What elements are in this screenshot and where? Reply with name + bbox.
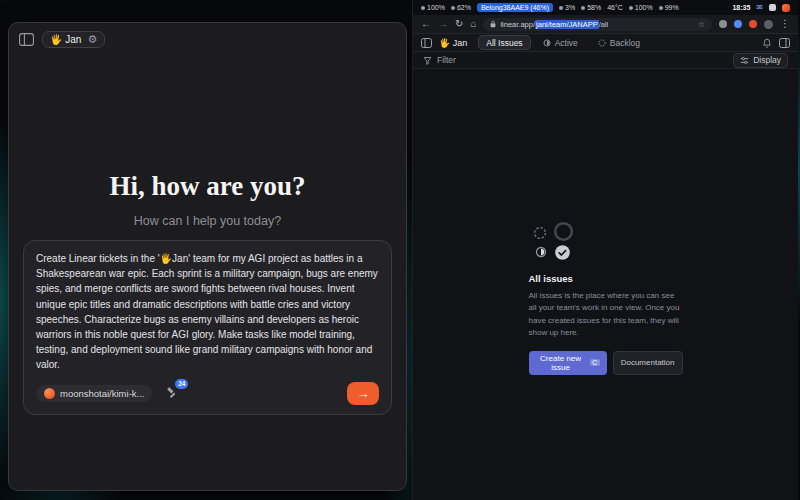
battery-indicator[interactable]: 100% [421,4,445,11]
todo-circle-icon [553,221,574,242]
power-icon[interactable] [782,4,790,12]
all-issues-empty-state: All issues All issues is the place where… [529,221,683,375]
url-selected-text: jani/team/JANAPP [535,20,599,29]
shortcut-key-badge: C [590,359,600,366]
filter-button[interactable]: Filter [437,55,456,65]
empty-state-title: All issues [529,273,683,284]
send-button[interactable]: → [347,382,379,405]
brightness-icon [659,6,663,10]
model-name: moonshotai/kimi-k... [60,388,144,399]
chat-header: 🖐 Jan ⚙ [9,23,406,56]
url-suffix: /all [599,20,609,29]
clock[interactable]: 18:35 [732,4,750,11]
browser-window: 100% 62% Belong38AAE9 (46%) 3% 58% 46°C … [412,0,798,500]
battery-icon [421,6,425,10]
team-chip-label: 🖐 Jan [50,34,81,45]
right-panel-toggle-icon[interactable] [779,38,790,48]
reload-button[interactable]: ↻ [455,19,463,29]
charge-icon [451,6,455,10]
tab-backlog[interactable]: Backlog [590,35,648,50]
wifi-network-indicator[interactable]: Belong38AAE9 (46%) [477,3,553,12]
device-battery-1[interactable]: 3% [559,4,575,11]
notifications-bell-icon[interactable] [762,38,772,48]
in-progress-icon [543,39,551,47]
model-selector[interactable]: moonshotai/kimi-k... [36,385,152,402]
linear-team-label[interactable]: 🖐 Jan [439,38,467,48]
prompt-input[interactable]: Create Linear tickets in the '🖐Jan' team… [23,240,392,415]
documentation-button[interactable]: Documentation [613,351,683,375]
linear-filter-bar: Filter Display [413,52,798,69]
model-logo-icon [44,388,55,399]
brightness-indicator[interactable]: 99% [659,4,679,11]
greeting-title: Hi, how are you? [9,171,406,202]
forward-button[interactable]: → [438,19,448,29]
url-prefix: linear.app/ [500,20,535,29]
linear-main-area: All issues All issues is the place where… [413,69,798,500]
prompt-text[interactable]: Create Linear tickets in the '🖐Jan' team… [36,251,379,373]
backlog-circle-icon [533,226,547,240]
in-progress-circle-icon [535,246,547,258]
backlog-icon [598,39,606,47]
linear-view-tabs: All Issues Active Backlog [478,35,648,50]
extension-blue-icon[interactable] [734,20,742,28]
address-bar[interactable]: linear.app/jani/team/JANAPP/all ☆ [483,18,712,31]
jan-chat-window: 🖐 Jan ⚙ Hi, how are you? How can I help … [8,22,407,491]
device-icon-1 [559,6,563,10]
browser-menu-icon[interactable]: ⋮ [780,19,790,29]
back-button[interactable]: ← [421,19,431,29]
filter-icon [423,56,432,65]
greeting-subtitle: How can I help you today? [9,214,406,228]
issue-status-illustration [531,221,579,263]
extension-icon[interactable] [719,20,727,28]
mail-icon[interactable]: ✉ [756,3,763,12]
create-new-issue-button[interactable]: Create new issue C [529,351,607,375]
extension-red-badge-icon[interactable] [749,20,757,28]
charge-indicator[interactable]: 62% [451,4,471,11]
volume-icon [629,6,633,10]
linear-header: 🖐 Jan All Issues Active Backlog [413,34,798,52]
display-sliders-icon [740,56,749,65]
device-battery-2[interactable]: 58% [581,4,601,11]
display-button[interactable]: Display [733,53,788,68]
device-icon-2 [581,6,585,10]
linear-sidebar-toggle-icon[interactable] [421,38,432,48]
wrench-icon [166,387,178,399]
browser-toolbar: ← → ↻ ⌂ linear.app/jani/team/JANAPP/all … [413,15,798,34]
tab-all-issues[interactable]: All Issues [478,35,530,50]
assistant-team-chip[interactable]: 🖐 Jan ⚙ [42,31,105,48]
system-status-bar: 100% 62% Belong38AAE9 (46%) 3% 58% 46°C … [413,0,798,15]
gear-icon[interactable]: ⚙ [87,34,97,45]
bookmark-star-icon[interactable]: ☆ [698,20,705,29]
tray-app-icon[interactable] [769,4,776,11]
done-check-circle-icon [554,244,571,261]
arrow-right-icon: → [357,387,370,400]
greeting-block: Hi, how are you? How can I help you toda… [9,171,406,228]
lock-icon [490,20,496,28]
sidebar-toggle-icon[interactable] [19,33,34,46]
temperature-indicator[interactable]: 46°C [607,4,623,11]
tools-button[interactable]: 24 [164,386,179,400]
empty-state-description: All issues is the place where you can se… [529,290,683,340]
home-button[interactable]: ⌂ [470,19,476,29]
profile-avatar[interactable] [764,20,773,29]
tab-active[interactable]: Active [535,35,586,50]
volume-indicator[interactable]: 100% [629,4,653,11]
empty-state-actions: Create new issue C Documentation [529,351,683,375]
tools-count-badge: 24 [175,379,188,389]
input-toolbar: moonshotai/kimi-k... 24 → [36,382,379,405]
